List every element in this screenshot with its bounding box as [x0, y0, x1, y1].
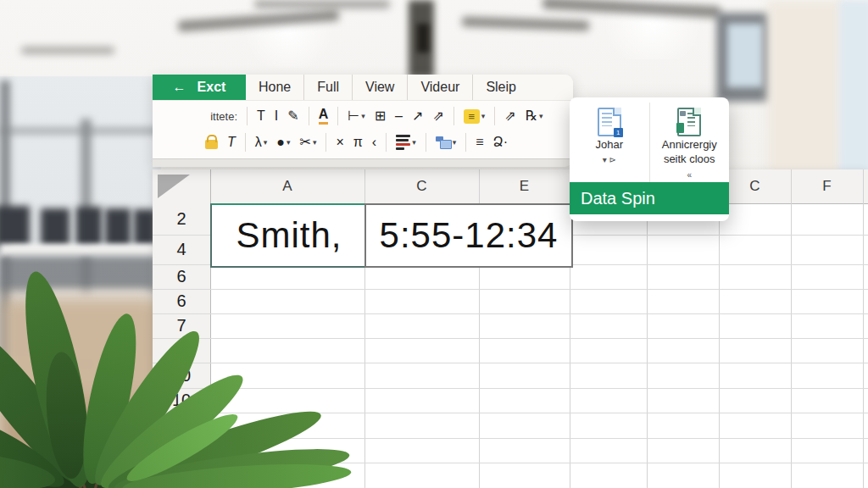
pi-icon[interactable]: π — [353, 136, 363, 149]
app-brand-tab[interactable]: ← Exct — [153, 75, 246, 100]
tan-floor — [0, 398, 178, 488]
row-header[interactable] — [153, 438, 210, 463]
toolbar-separator — [247, 107, 248, 125]
gridline-h — [153, 289, 868, 290]
arrow-share-icon[interactable]: ⇗ — [432, 109, 443, 123]
data-popup-panel: 1 Johar ▾ ⊳ Annicrergiy seitk cloos « Da… — [570, 97, 729, 221]
lock-icon[interactable] — [205, 140, 218, 149]
gridline-h — [153, 463, 868, 463]
toolbar-separator — [453, 107, 454, 125]
app-title: Exct — [198, 80, 226, 95]
menu-item-full[interactable]: Full — [303, 75, 352, 100]
toolbar-separator — [386, 133, 387, 152]
row-header[interactable]: 18 — [153, 338, 210, 363]
gridline-v — [863, 169, 864, 488]
toolbar-separator — [337, 107, 338, 125]
row-header[interactable]: 6 — [153, 264, 210, 289]
dash-icon[interactable]: – — [395, 109, 403, 123]
caret-icons[interactable]: ▾ ⊳ — [603, 155, 616, 164]
italic-t-icon[interactable]: T — [227, 136, 236, 149]
row-header[interactable]: 4 — [153, 235, 210, 264]
row-header[interactable]: 13 — [153, 413, 210, 438]
selected-cell-name[interactable]: Smith, — [210, 203, 368, 268]
screenshot-stage: A C E C F 2 4 6 6 7 18 10 10 13 3 — [0, 0, 868, 488]
row-header[interactable]: 10 — [153, 388, 210, 413]
menu-item-view[interactable]: View — [352, 75, 407, 100]
toolbar-group-label: ittete: — [188, 110, 237, 123]
popup-item-johar[interactable]: 1 Johar ▾ ⊳ — [570, 103, 649, 182]
toolbar-separator — [309, 107, 309, 125]
data-spin-button[interactable]: Data Spin — [570, 182, 729, 214]
gridline-h — [153, 413, 868, 413]
ribbon-footer-strip — [153, 158, 573, 167]
badge-1: 1 — [614, 128, 623, 137]
popup-item-label-line2: seitk cloos — [664, 153, 715, 165]
chevrons-icon[interactable]: « — [687, 170, 692, 180]
italic-icon[interactable]: I — [275, 109, 278, 123]
popup-items: 1 Johar ▾ ⊳ Annicrergiy seitk cloos « — [570, 103, 729, 182]
signature-person-icon[interactable]: Ձ· — [493, 136, 509, 149]
toolbar-separator — [426, 133, 426, 152]
spreadsheet-grid[interactable]: A C E C F 2 4 6 6 7 18 10 10 13 3 — [153, 169, 868, 488]
column-header-c2[interactable]: C — [719, 169, 791, 203]
menu-item-video[interactable]: Videur — [407, 75, 472, 100]
toolbar-separator — [326, 133, 326, 152]
arrow-up-right-icon[interactable]: ↗ — [412, 109, 423, 123]
column-header-e[interactable]: E — [479, 169, 570, 203]
borders-grid-icon[interactable]: ⊞ — [375, 109, 386, 123]
door-glass-right — [727, 24, 763, 87]
monitor — [41, 208, 70, 247]
list-panel-icon[interactable]: ▾ — [436, 136, 457, 149]
pillar-right — [767, 0, 843, 174]
font-color-icon[interactable]: A — [319, 108, 329, 125]
font-lambda-icon[interactable]: λ▾ — [255, 136, 268, 149]
prescription-sort-icon[interactable]: ℞▾ — [526, 109, 543, 123]
ceiling-vent — [21, 47, 114, 54]
cell-time-range[interactable]: 5:55-12:34 — [364, 203, 573, 268]
back-arrow-icon: ← — [173, 80, 186, 95]
row-header[interactable]: 3 — [153, 463, 210, 488]
toolbar-separator — [245, 133, 246, 152]
hamburger-menu-icon[interactable]: ≡ — [476, 136, 483, 149]
ceiling-vent — [462, 16, 589, 30]
popup-item-annicrergiy[interactable]: Annicrergiy seitk cloos « — [649, 103, 730, 182]
multiply-icon[interactable]: × — [336, 136, 343, 149]
toolbar-separator — [465, 133, 466, 152]
column-header-a[interactable]: A — [210, 169, 364, 203]
window-right — [839, 0, 868, 178]
menu-item-home[interactable]: Hone — [246, 75, 303, 100]
cursor-dropdown-icon[interactable]: ⊢▾ — [348, 109, 364, 123]
monitor — [0, 206, 30, 247]
fill-ink-icon[interactable]: ●▾ — [276, 136, 290, 149]
row-header[interactable]: 10 — [153, 363, 210, 388]
column-header-f[interactable]: F — [791, 169, 863, 203]
spreadsheet-export-icon — [677, 108, 701, 136]
gridline-h — [153, 363, 868, 363]
menu-bar: ← Exct Hone Full View Videur Sleip — [153, 75, 573, 101]
row-header[interactable]: 6 — [153, 289, 210, 313]
monitor — [105, 208, 131, 247]
ceiling-vent — [254, 0, 390, 8]
gridline-h — [153, 388, 868, 389]
document-icon: 1 — [598, 108, 621, 136]
highlight-note-icon[interactable]: ≡▾ — [464, 109, 486, 124]
excel-window-ribbon: ← Exct Hone Full View Videur Sleip ittet… — [153, 75, 573, 166]
toolbar-separator — [494, 107, 495, 125]
menu-item-help[interactable]: Sleip — [472, 75, 529, 100]
popup-item-label-line1: Annicrergiy — [662, 139, 717, 151]
text-icon[interactable]: T — [257, 109, 265, 123]
send-arrow-icon[interactable]: ⇗ — [504, 109, 515, 123]
gridline-h — [153, 338, 868, 339]
toolbar-row-2: T λ▾ ●▾ ✂▾ × π ‹ ▾ ▾ ≡ Ձ· — [153, 130, 573, 155]
row-header[interactable]: 7 — [153, 313, 210, 338]
toolbar-row-1: ittete: T I ✎ A ⊢▾ ⊞ – ↗ ⇗ ≡▾ ⇗ ℞▾ — [153, 103, 573, 129]
gridline-v — [791, 169, 792, 488]
angle-left-icon[interactable]: ‹ — [372, 136, 376, 149]
align-bars-icon[interactable]: ▾ — [396, 135, 416, 150]
row-header[interactable]: 2 — [153, 203, 210, 235]
popup-item-label: Johar — [595, 139, 623, 151]
column-header-c[interactable]: C — [364, 169, 479, 203]
scissors-icon[interactable]: ✂▾ — [300, 136, 317, 149]
pencil-icon[interactable]: ✎ — [287, 109, 298, 123]
toolbar: ittete: T I ✎ A ⊢▾ ⊞ – ↗ ⇗ ≡▾ ⇗ ℞▾ — [153, 101, 573, 158]
